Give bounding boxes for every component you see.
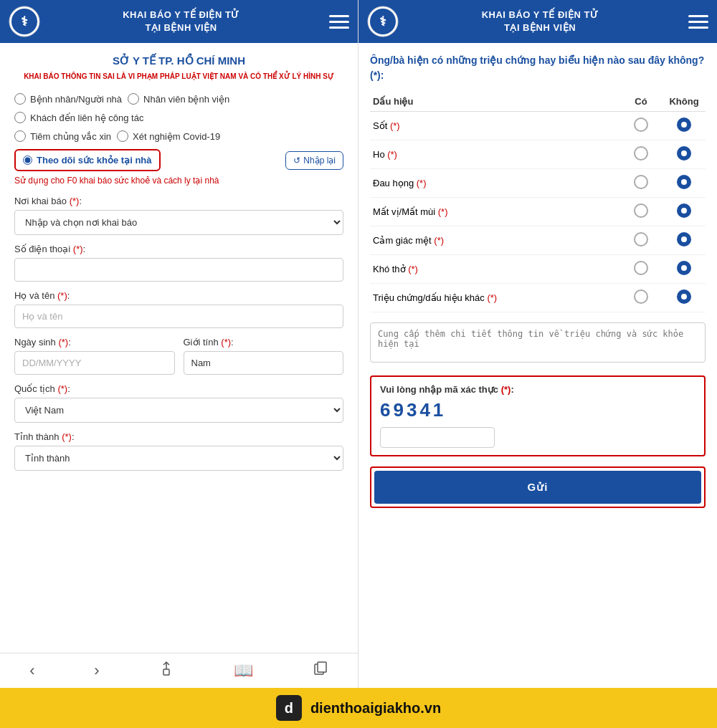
captcha-box: Vui lòng nhập mã xác thực (*): 69341 xyxy=(370,375,706,456)
footer-bar: d dienthoaigiakho.vn xyxy=(0,688,717,728)
radio-filled-khong[interactable] xyxy=(677,289,691,304)
radio-empty-co[interactable] xyxy=(634,118,648,132)
tinhthanh-label: Tỉnh thành (*): xyxy=(14,431,343,442)
noi-khai-bao-label: Nơi khai báo (*): xyxy=(14,196,343,206)
details-textarea[interactable] xyxy=(370,322,706,363)
warning-text: KHAI BÁO THÔNG TIN SAI LÀ VI PHẠM PHÁP L… xyxy=(14,72,343,82)
symptom-khong[interactable] xyxy=(663,284,706,312)
footer-brand-text: dienthoaigiakho.vn xyxy=(310,700,441,717)
ngaysinh-input[interactable] xyxy=(14,351,175,375)
gioitinh-label: Giới tính (*): xyxy=(184,337,344,348)
radio-empty-co[interactable] xyxy=(634,261,648,275)
symptom-khong[interactable] xyxy=(663,198,706,226)
radio-theo-doi[interactable] xyxy=(23,155,32,165)
symptom-co[interactable] xyxy=(619,112,663,140)
ngaysinh-label: Ngày sinh (*): xyxy=(14,337,175,348)
symptom-name: Đau họng (*) xyxy=(370,169,619,198)
symptom-name: Triệu chứng/dấu hiệu khác (*) xyxy=(370,284,619,312)
captcha-label: Vui lòng nhập mã xác thực (*): xyxy=(380,384,695,395)
radio-empty-co[interactable] xyxy=(634,232,648,246)
radio-filled-khong[interactable] xyxy=(677,175,691,189)
symptom-khong[interactable] xyxy=(663,255,706,284)
reset-label: Nhập lại xyxy=(303,155,336,166)
question-text: Ông/bà hiện có những triệu chứng hay biể… xyxy=(370,53,706,83)
radio-filled-khong[interactable] xyxy=(677,261,691,275)
reset-button[interactable]: ↺ Nhập lại xyxy=(285,151,343,170)
hoten-input[interactable] xyxy=(14,305,343,328)
main-container: ⚕ KHAI BÁO Y TẾ ĐIỆN TỬ TẠI BỆNH VIỆN SỞ… xyxy=(0,0,717,728)
radio-group-3: Tiêm chủng vắc xin Xét nghiệm Covid-19 xyxy=(14,130,343,142)
left-menu-icon[interactable] xyxy=(329,15,349,29)
radio-khach[interactable]: Khách đến liên hệ công tác xyxy=(14,112,143,123)
symptom-co[interactable] xyxy=(619,140,663,169)
svg-rect-5 xyxy=(318,662,326,672)
radio-filled-khong[interactable] xyxy=(677,118,691,132)
nav-bookmark-icon[interactable]: 📖 xyxy=(234,661,253,680)
left-content: SỞ Y TẾ TP. HỒ CHÍ MINH KHAI BÁO THÔNG T… xyxy=(0,43,358,653)
submit-button[interactable]: Gửi xyxy=(374,471,701,504)
symptom-co[interactable] xyxy=(619,198,663,226)
symptom-name: Sốt (*) xyxy=(370,112,619,140)
selected-option-row: Theo dõi sức khỏe tại nhà ↺ Nhập lại xyxy=(14,149,343,171)
symptom-row: Cảm giác mệt (*) xyxy=(370,226,706,255)
nav-share-icon[interactable] xyxy=(158,661,174,681)
col-dau-hieu: Dấu hiệu xyxy=(370,92,619,112)
radio-nhan-vien[interactable]: Nhân viên bệnh viện xyxy=(128,93,229,105)
symptom-name: Mất vị/Mất mùi (*) xyxy=(370,198,619,226)
nav-back-icon[interactable]: ‹ xyxy=(29,661,34,680)
symptom-row: Sốt (*) xyxy=(370,112,706,140)
footer-logo: d xyxy=(276,695,302,721)
hoten-label: Họ và tên (*): xyxy=(14,290,343,301)
radio-filled-khong[interactable] xyxy=(677,203,691,218)
radio-empty-co[interactable] xyxy=(634,289,648,304)
tinhthanh-select[interactable]: Tỉnh thành xyxy=(14,446,343,471)
nav-forward-icon[interactable]: › xyxy=(94,661,99,680)
right-menu-icon[interactable] xyxy=(688,15,708,29)
radio-filled-khong[interactable] xyxy=(677,232,691,246)
quoctinh-select[interactable]: Việt Nam xyxy=(14,398,343,423)
symptom-co[interactable] xyxy=(619,169,663,198)
submit-btn-wrapper: Gửi xyxy=(370,466,706,508)
gender-field: Giới tính (*): xyxy=(184,337,344,375)
usage-note: Sử dụng cho F0 khai báo sức khoẻ và cách… xyxy=(14,176,343,186)
nav-copy-icon[interactable] xyxy=(313,661,328,681)
quoctinh-label: Quốc tịch (*): xyxy=(14,383,343,394)
radio-group-2: Khách đến liên hệ công tác xyxy=(14,112,343,123)
right-header: ⚕ KHAI BÁO Y TẾ ĐIỆN TỬ TẠI BỆNH VIỆN xyxy=(358,0,717,43)
symptom-co[interactable] xyxy=(619,255,663,284)
reset-icon: ↺ xyxy=(293,155,300,166)
symptom-co[interactable] xyxy=(619,226,663,255)
date-field: Ngày sinh (*): xyxy=(14,337,175,375)
svg-rect-3 xyxy=(163,669,169,675)
sdt-label: Số điện thoại (*): xyxy=(14,244,343,254)
right-header-title: KHAI BÁO Y TẾ ĐIỆN TỬ TẠI BỆNH VIỆN xyxy=(399,9,681,34)
radio-empty-co[interactable] xyxy=(634,203,648,218)
radio-benh-nhan[interactable]: Bệnh nhân/Người nhà xyxy=(14,93,122,105)
radio-filled-khong[interactable] xyxy=(677,146,691,161)
radio-tiem-chung[interactable]: Tiêm chủng vắc xin xyxy=(14,130,111,142)
svg-text:⚕: ⚕ xyxy=(21,14,28,29)
symptom-name: Ho (*) xyxy=(370,140,619,169)
captcha-input[interactable] xyxy=(380,427,495,448)
symptom-row: Khó thở (*) xyxy=(370,255,706,284)
symptom-khong[interactable] xyxy=(663,169,706,198)
selected-option-label: Theo dõi sức khỏe tại nhà xyxy=(37,155,152,166)
left-logo-icon: ⚕ xyxy=(9,6,40,37)
noi-khai-bao-select[interactable]: Nhập và chọn nơi khai báo xyxy=(14,210,343,235)
symptoms-table: Dấu hiệu Có Không Sốt (*)Ho (*)Đau họng … xyxy=(370,92,706,312)
radio-xet-nghiem[interactable]: Xét nghiệm Covid-19 xyxy=(117,130,220,142)
radio-empty-co[interactable] xyxy=(634,146,648,161)
org-title: SỞ Y TẾ TP. HỒ CHÍ MINH xyxy=(14,54,343,67)
symptom-khong[interactable] xyxy=(663,226,706,255)
left-header-title: KHAI BÁO Y TẾ ĐIỆN TỬ TẠI BỆNH VIỆN xyxy=(40,9,322,34)
symptom-row: Ho (*) xyxy=(370,140,706,169)
radio-empty-co[interactable] xyxy=(634,175,648,189)
gioitinh-input[interactable] xyxy=(184,351,344,375)
sdt-input[interactable] xyxy=(14,258,343,282)
symptom-name: Cảm giác mệt (*) xyxy=(370,226,619,255)
symptom-khong[interactable] xyxy=(663,140,706,169)
panels-row: ⚕ KHAI BÁO Y TẾ ĐIỆN TỬ TẠI BỆNH VIỆN SỞ… xyxy=(0,0,717,688)
symptom-co[interactable] xyxy=(619,284,663,312)
symptom-khong[interactable] xyxy=(663,112,706,140)
date-gender-row: Ngày sinh (*): Giới tính (*): xyxy=(14,337,343,375)
